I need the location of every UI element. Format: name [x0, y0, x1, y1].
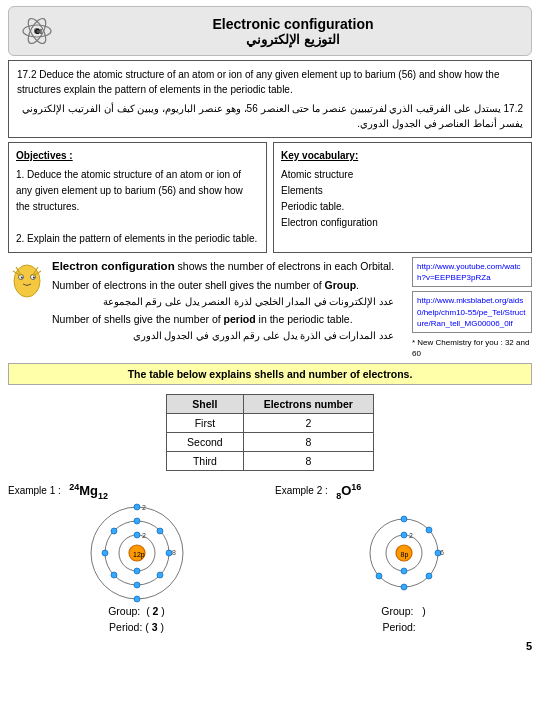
- example1-formula: 24Mg12: [69, 483, 108, 498]
- svg-point-8: [21, 277, 23, 279]
- svg-point-19: [157, 572, 163, 578]
- svg-point-9: [33, 277, 35, 279]
- svg-point-26: [134, 596, 140, 602]
- svg-point-39: [426, 573, 432, 579]
- atom-icon: Cl: [19, 13, 55, 49]
- objectives-vocabulary-section: Objectives : 1. Deduce the atomic struct…: [8, 142, 532, 253]
- table-cell-shell: First: [167, 414, 244, 433]
- table-cell-electrons: 8: [243, 452, 373, 471]
- info-box: 17.2 Deduce the atomic structure of an a…: [8, 60, 532, 138]
- example2-box: Example 2 : 8O16 8p 2 6: [275, 481, 532, 635]
- example2-mass: 16: [351, 481, 361, 491]
- electron-config-label: Electron configuration: [52, 260, 175, 272]
- vocabulary-title: Key vocabulary:: [281, 148, 524, 164]
- shells-table: Shell Electrons number First2Second8Thir…: [166, 394, 374, 471]
- table-cell-electrons: 2: [243, 414, 373, 433]
- info-text-en: 17.2 Deduce the atomic structure of an a…: [17, 67, 523, 97]
- electron-line1-rest: shows the number of electrons in each Or…: [175, 260, 394, 272]
- shells-table-wrapper: Shell Electrons number First2Second8Thir…: [8, 389, 532, 476]
- ref-label: * New Chemistry for you : 32 and 60: [412, 337, 532, 359]
- vocab-item-1: Atomic structure: [281, 167, 524, 183]
- example1-box: Example 1 : 24Mg12 12p: [8, 481, 265, 635]
- electron-line3-ar: عدد الإلكترونات في المدار الخلجي لذرة ال…: [52, 294, 394, 310]
- example1-atom-diagram: 12p 2 8 2: [82, 503, 192, 603]
- character-icon: [8, 259, 46, 310]
- svg-point-13: [134, 532, 140, 538]
- header-title-ar: التوزيع الإلكتروني: [65, 32, 521, 47]
- table-row: Third8: [167, 452, 374, 471]
- header-title-en: Electronic configuration: [65, 16, 521, 32]
- table-header-shell: Shell: [167, 395, 244, 414]
- line2-start: Number of electrons in the outer shell g…: [52, 279, 325, 291]
- objectives-col: Objectives : 1. Deduce the atomic struct…: [8, 142, 267, 253]
- objectives-item-1: 1. Deduce the atomic structure of an ato…: [16, 167, 259, 215]
- table-row: First2: [167, 414, 374, 433]
- objectives-item-2: 2. Explain the pattern of elements in th…: [16, 231, 259, 247]
- table-cell-electrons: 8: [243, 433, 373, 452]
- svg-point-36: [401, 516, 407, 522]
- vocab-item-2: Elements: [281, 183, 524, 199]
- link-box-2[interactable]: http://www.mksblabet.org/aids0/help/chm1…: [412, 291, 532, 333]
- line4-bold: period: [224, 313, 256, 325]
- line2-end: .: [356, 279, 359, 291]
- electron-config-section: Electron configuration shows the number …: [8, 257, 532, 359]
- svg-point-41: [376, 573, 382, 579]
- svg-point-33: [401, 532, 407, 538]
- electron-line2: Number of electrons in the outer shell g…: [52, 277, 394, 295]
- link1-url[interactable]: http://www.youtube.com/watch?v=EEPBEP3pR…: [417, 262, 521, 282]
- table-header-electrons: Electrons number: [243, 395, 373, 414]
- line4-rest: in the periodic table.: [256, 313, 353, 325]
- svg-point-16: [134, 518, 140, 524]
- table-cell-shell: Second: [167, 433, 244, 452]
- electron-right-links: http://www.youtube.com/watch?v=EEPBEP3pR…: [412, 257, 532, 359]
- svg-text:2: 2: [142, 532, 146, 539]
- example2-formula: 8O16: [336, 483, 361, 498]
- example2-group: Group: ): [381, 605, 425, 617]
- svg-point-37: [426, 527, 432, 533]
- highlight-box: The table below explains shells and numb…: [8, 363, 532, 385]
- electron-left-content: Electron configuration shows the number …: [8, 257, 406, 359]
- vocab-item-4: Electron configuration: [281, 215, 524, 231]
- electron-line4: Number of shells give the number of peri…: [52, 311, 394, 329]
- line2-bold: Group: [325, 279, 357, 291]
- example1-period: Period: ( 3 ): [109, 621, 164, 633]
- example2-label: Example 2 : 8O16: [275, 481, 361, 500]
- svg-text:8p: 8p: [400, 551, 408, 559]
- svg-point-20: [134, 582, 140, 588]
- link-box-1[interactable]: http://www.youtube.com/watch?v=EEPBEP3pR…: [412, 257, 532, 287]
- example1-group: Group: ( 2 ): [108, 605, 165, 617]
- page-number: 5: [8, 640, 532, 652]
- example2-symbol: O: [341, 483, 351, 498]
- example2-atom-diagram: 8p 2 6: [349, 503, 459, 603]
- svg-text:12p: 12p: [133, 551, 145, 559]
- svg-point-14: [134, 568, 140, 574]
- svg-text:2: 2: [142, 504, 146, 511]
- svg-point-40: [401, 584, 407, 590]
- example1-mass: 24: [69, 481, 79, 491]
- svg-point-22: [102, 550, 108, 556]
- example1-symbol: Mg: [79, 483, 98, 498]
- objectives-title: Objectives :: [16, 148, 259, 164]
- header-text: Electronic configuration التوزيع الإلكتر…: [65, 16, 521, 47]
- svg-text:Cl: Cl: [35, 28, 42, 35]
- info-text-ar: 17.2 يستدل على الفرقيب الذري لفرتيبيين ع…: [17, 101, 523, 131]
- vocabulary-col: Key vocabulary: Atomic structure Element…: [273, 142, 532, 253]
- electron-line5-ar: عدد المدارات في الذرة يدل على رقم الدوري…: [52, 328, 394, 344]
- svg-text:6: 6: [440, 549, 444, 556]
- svg-point-25: [134, 504, 140, 510]
- svg-point-23: [111, 528, 117, 534]
- svg-point-17: [157, 528, 163, 534]
- vocab-item-3: Periodic table.: [281, 199, 524, 215]
- line4-start: Number of shells give the number of: [52, 313, 224, 325]
- example2-period: Period:: [382, 621, 424, 633]
- link2-url[interactable]: http://www.mksblabet.org/aids0/help/chm1…: [417, 296, 526, 327]
- svg-point-34: [401, 568, 407, 574]
- page-header: Cl Electronic configuration التوزيع الإل…: [8, 6, 532, 56]
- table-row: Second8: [167, 433, 374, 452]
- example1-label: Example 1 : 24Mg12: [8, 481, 108, 500]
- electron-text-block: Electron configuration shows the number …: [52, 257, 394, 345]
- svg-text:2: 2: [409, 532, 413, 539]
- examples-section: Example 1 : 24Mg12 12p: [8, 481, 532, 635]
- electron-line1: Electron configuration shows the number …: [52, 257, 394, 277]
- example1-atomic: 12: [98, 490, 108, 500]
